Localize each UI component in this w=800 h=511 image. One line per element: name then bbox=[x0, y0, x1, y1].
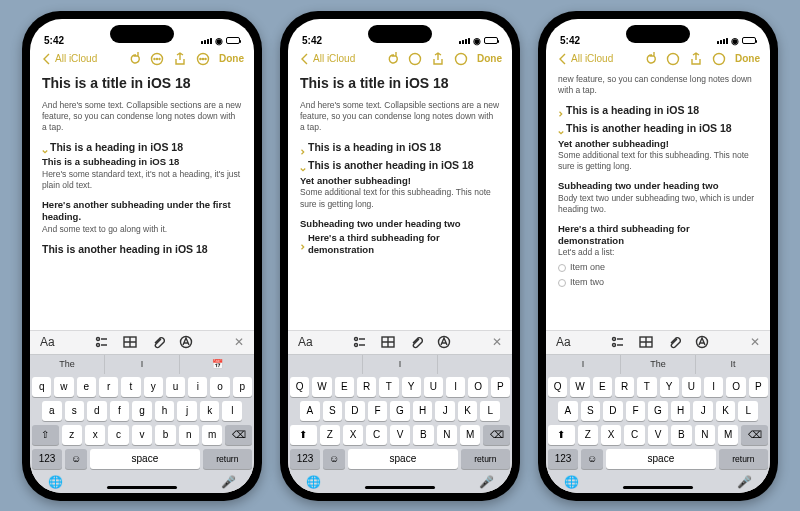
numbers-key[interactable]: 123 bbox=[548, 449, 578, 469]
ellipsis-icon[interactable] bbox=[408, 52, 422, 66]
key-N[interactable]: N bbox=[437, 425, 457, 445]
heading[interactable]: This is a heading in iOS 18 bbox=[558, 104, 758, 118]
more-icon[interactable] bbox=[196, 52, 210, 66]
key-d[interactable]: d bbox=[87, 401, 107, 421]
key-X[interactable]: X bbox=[343, 425, 363, 445]
key-v[interactable]: v bbox=[132, 425, 152, 445]
key-B[interactable]: B bbox=[671, 425, 691, 445]
key-J[interactable]: J bbox=[693, 401, 713, 421]
subheading[interactable]: Here's a third subheading for demonstrat… bbox=[558, 223, 758, 248]
subheading[interactable]: This is a subheading in iOS 18 bbox=[42, 156, 242, 168]
body-text[interactable]: Let's add a list: bbox=[558, 247, 758, 258]
subheading[interactable]: Here's a third subheading for demonstrat… bbox=[300, 232, 500, 257]
key-O[interactable]: O bbox=[726, 377, 745, 397]
space-key[interactable]: space bbox=[606, 449, 716, 469]
list-item[interactable]: Item one bbox=[558, 260, 758, 275]
key-V[interactable]: V bbox=[648, 425, 668, 445]
key-M[interactable]: M bbox=[460, 425, 480, 445]
close-icon[interactable]: ✕ bbox=[750, 335, 760, 349]
heading[interactable]: This is another heading in iOS 18 bbox=[300, 159, 500, 173]
emoji-key[interactable]: ☺ bbox=[581, 449, 603, 469]
body-text[interactable]: And here's some text. Collapsible sectio… bbox=[300, 100, 500, 133]
emoji-key[interactable]: ☺ bbox=[65, 449, 87, 469]
back-button[interactable]: All iCloud bbox=[556, 52, 613, 66]
key-I[interactable]: I bbox=[446, 377, 465, 397]
suggestion[interactable]: It bbox=[696, 355, 770, 374]
key-r[interactable]: r bbox=[99, 377, 118, 397]
key-R[interactable]: R bbox=[357, 377, 376, 397]
key-A[interactable]: A bbox=[558, 401, 578, 421]
key-W[interactable]: W bbox=[312, 377, 331, 397]
home-indicator[interactable] bbox=[623, 486, 693, 489]
shift-key[interactable]: ⬆ bbox=[290, 425, 317, 445]
mic-icon[interactable]: 🎤 bbox=[479, 475, 494, 489]
return-key[interactable]: return bbox=[203, 449, 252, 469]
delete-key[interactable]: ⌫ bbox=[225, 425, 252, 445]
key-Z[interactable]: Z bbox=[320, 425, 340, 445]
table-icon[interactable] bbox=[639, 335, 653, 349]
key-U[interactable]: U bbox=[682, 377, 701, 397]
key-e[interactable]: e bbox=[77, 377, 96, 397]
key-a[interactable]: a bbox=[42, 401, 62, 421]
delete-key[interactable]: ⌫ bbox=[483, 425, 510, 445]
globe-icon[interactable]: 🌐 bbox=[564, 475, 579, 489]
chevron-down-icon[interactable] bbox=[558, 126, 564, 132]
key-H[interactable]: H bbox=[671, 401, 691, 421]
subheading[interactable]: Yet another subheading! bbox=[558, 138, 758, 150]
key-Q[interactable]: Q bbox=[290, 377, 309, 397]
share-icon[interactable] bbox=[173, 52, 187, 66]
attachment-icon[interactable] bbox=[151, 335, 165, 349]
chevron-down-icon[interactable] bbox=[42, 145, 48, 151]
suggestion[interactable]: 📅 bbox=[180, 355, 254, 374]
space-key[interactable]: space bbox=[348, 449, 458, 469]
attachment-icon[interactable] bbox=[667, 335, 681, 349]
key-T[interactable]: T bbox=[379, 377, 398, 397]
back-button[interactable]: All iCloud bbox=[298, 52, 355, 66]
key-c[interactable]: c bbox=[108, 425, 128, 445]
key-O[interactable]: O bbox=[468, 377, 487, 397]
subheading[interactable]: Here's another subheading under the firs… bbox=[42, 199, 242, 224]
body-text[interactable]: Here's some standard text, it's not a he… bbox=[42, 169, 242, 191]
radio-icon[interactable] bbox=[558, 279, 566, 287]
suggestion[interactable] bbox=[288, 355, 363, 374]
heading[interactable]: This is another heading in iOS 18 bbox=[558, 122, 758, 136]
key-E[interactable]: E bbox=[593, 377, 612, 397]
subheading[interactable]: Subheading two under heading two bbox=[558, 180, 758, 192]
text-style-button[interactable]: Aa bbox=[556, 335, 571, 349]
key-p[interactable]: p bbox=[233, 377, 252, 397]
key-F[interactable]: F bbox=[626, 401, 646, 421]
numbers-key[interactable]: 123 bbox=[290, 449, 320, 469]
checklist-icon[interactable] bbox=[353, 335, 367, 349]
key-h[interactable]: h bbox=[155, 401, 175, 421]
key-K[interactable]: K bbox=[716, 401, 736, 421]
key-U[interactable]: U bbox=[424, 377, 443, 397]
mic-icon[interactable]: 🎤 bbox=[221, 475, 236, 489]
key-T[interactable]: T bbox=[637, 377, 656, 397]
share-icon[interactable] bbox=[689, 52, 703, 66]
key-l[interactable]: l bbox=[222, 401, 242, 421]
key-E[interactable]: E bbox=[335, 377, 354, 397]
suggestion[interactable]: The bbox=[621, 355, 696, 374]
done-button[interactable]: Done bbox=[735, 53, 760, 64]
key-Z[interactable]: Z bbox=[578, 425, 598, 445]
shift-key[interactable]: ⇧ bbox=[32, 425, 59, 445]
home-indicator[interactable] bbox=[365, 486, 435, 489]
text-style-button[interactable]: Aa bbox=[40, 335, 55, 349]
suggestion[interactable]: I bbox=[363, 355, 438, 374]
shift-key[interactable]: ⬆ bbox=[548, 425, 575, 445]
key-R[interactable]: R bbox=[615, 377, 634, 397]
body-text[interactable]: Some additional text for this subheading… bbox=[558, 150, 758, 172]
suggestion[interactable] bbox=[438, 355, 512, 374]
key-w[interactable]: w bbox=[54, 377, 73, 397]
body-text[interactable]: And some text to go along with it. bbox=[42, 224, 242, 235]
key-N[interactable]: N bbox=[695, 425, 715, 445]
key-f[interactable]: f bbox=[110, 401, 130, 421]
key-Y[interactable]: Y bbox=[660, 377, 679, 397]
key-J[interactable]: J bbox=[435, 401, 455, 421]
attachment-icon[interactable] bbox=[409, 335, 423, 349]
key-D[interactable]: D bbox=[603, 401, 623, 421]
markup-icon[interactable] bbox=[179, 335, 193, 349]
text-style-button[interactable]: Aa bbox=[298, 335, 313, 349]
done-button[interactable]: Done bbox=[477, 53, 502, 64]
body-text[interactable]: new feature, so you can condense long no… bbox=[558, 74, 758, 96]
